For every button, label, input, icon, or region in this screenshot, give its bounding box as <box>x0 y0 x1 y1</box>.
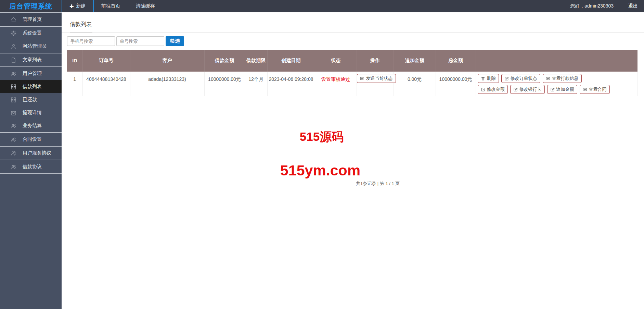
topbar: 后台管理系统 ✚ 新建 前往首页 清除缓存 您好，admin230303 退出 <box>0 0 644 12</box>
cell-id: 1 <box>67 72 82 96</box>
header-loan-term: 借款期限 <box>245 50 267 72</box>
edit-order-status-button[interactable]: 修改订单状态 <box>501 74 540 83</box>
watermark-line2: 515ym.com <box>280 162 360 179</box>
user-greeting: 您好，admin230303 <box>562 0 622 12</box>
table-row: 1 406444881340428 adada(12333123) 100000… <box>67 72 637 96</box>
header-total-amount: 总金额 <box>436 50 476 72</box>
sidebar-item-business-settlement[interactable]: 业务结算 <box>0 119 62 132</box>
header-loan-amount: 借款金额 <box>204 50 245 72</box>
sidebar-item-dashboard[interactable]: 管理首页 <box>0 13 62 26</box>
sidebar-item-label: 合同设置 <box>23 136 42 143</box>
sidebar: 管理首页 系统设置 网站管理员 文章列表 用户管理 借款列表 已还款 提现详情 … <box>0 12 62 309</box>
header-operation: 操作 <box>357 50 394 72</box>
edit-amount-button[interactable]: 修改金额 <box>478 85 508 94</box>
cell-operation: 发送当前状态 <box>357 72 394 96</box>
sidebar-item-loan-agreement[interactable]: 借款协议 <box>0 160 62 173</box>
topnav-go-home[interactable]: 前往首页 <box>93 0 128 12</box>
sidebar-divider <box>0 173 62 174</box>
cell-status: 设置审核通过 <box>315 72 357 96</box>
pagination-info: 共1条记录 | 第 1 / 1 页 <box>356 181 400 187</box>
home-icon <box>10 16 17 23</box>
edit-icon <box>550 87 555 92</box>
app-logo: 后台管理系统 <box>0 0 62 12</box>
topnav-new-label: 新建 <box>76 3 86 9</box>
cell-total-amount: 10000000.00元 <box>436 72 476 96</box>
sidebar-item-label: 文章列表 <box>23 57 42 63</box>
list-icon <box>360 76 364 81</box>
plus-icon: ✚ <box>69 4 74 9</box>
users-icon <box>10 71 17 77</box>
sidebar-item-label: 管理首页 <box>23 16 42 23</box>
topnav-clear-cache[interactable]: 清除缓存 <box>128 0 163 12</box>
order-search-input[interactable] <box>116 36 164 46</box>
sidebar-item-label: 网站管理员 <box>23 43 47 49</box>
cell-order-no: 406444881340428 <box>82 72 130 96</box>
table-header-row: ID 订单号 客户 借款金额 借款期限 创建日期 状态 操作 追加金额 总金额 <box>67 50 637 72</box>
header-id: ID <box>67 50 82 72</box>
header-additional-amount: 追加金额 <box>394 50 436 72</box>
sidebar-item-label: 借款列表 <box>23 84 42 90</box>
add-amount-button[interactable]: 追加金额 <box>547 85 577 94</box>
send-current-status-button[interactable]: 发送当前状态 <box>357 74 396 83</box>
phone-search-input[interactable] <box>67 36 115 46</box>
sidebar-item-user-service-agreement[interactable]: 用户服务协议 <box>0 147 62 160</box>
search-toolbar: 筛选 <box>62 33 644 50</box>
trash-icon <box>481 76 485 81</box>
header-actions <box>476 50 637 72</box>
sidebar-item-label: 用户管理 <box>23 71 42 77</box>
view-payment-info-button[interactable]: 查看打款信息 <box>543 74 582 83</box>
user-icon <box>10 43 17 50</box>
edit-icon <box>513 87 518 92</box>
topnav-go-home-label: 前往首页 <box>101 3 120 9</box>
main-content: 借款列表 筛选 ID 订单号 客户 借款金额 借款期限 创建日期 状态 操作 追… <box>62 12 644 309</box>
header-created-date: 创建日期 <box>267 50 315 72</box>
watermark-line1: 515源码 <box>300 129 344 145</box>
cell-created-date: 2023-04-06 09:28:08 <box>267 72 315 96</box>
grid-icon <box>10 97 17 103</box>
users-icon <box>10 136 17 143</box>
sidebar-item-label: 借款协议 <box>23 164 42 170</box>
page-title: 借款列表 <box>70 21 92 33</box>
edit-bank-card-button[interactable]: 修改银行卡 <box>510 85 545 94</box>
edit-icon <box>481 87 485 92</box>
sidebar-item-user-management[interactable]: 用户管理 <box>0 67 62 80</box>
sidebar-item-label: 用户服务协议 <box>23 150 51 156</box>
sidebar-item-site-admins[interactable]: 网站管理员 <box>0 40 62 53</box>
delete-button[interactable]: 删除 <box>478 74 499 83</box>
cell-customer: adada(12333123) <box>130 72 204 96</box>
topnav-new[interactable]: ✚ 新建 <box>62 0 93 12</box>
header-customer: 客户 <box>130 50 204 72</box>
topnav-clear-cache-label: 清除缓存 <box>136 3 155 9</box>
sidebar-item-label: 业务结算 <box>23 123 42 129</box>
cell-loan-amount: 10000000.00元 <box>204 72 245 96</box>
gear-icon <box>10 30 17 37</box>
grid-icon <box>10 84 17 90</box>
view-contract-button[interactable]: 查看合同 <box>580 85 610 94</box>
header-order-no: 订单号 <box>82 50 130 72</box>
sidebar-item-label: 提现详情 <box>23 110 42 116</box>
cell-actions: 删除 修改订单状态 查看打款信息 <box>476 72 637 96</box>
users-icon <box>10 150 17 157</box>
sidebar-item-withdraw-details[interactable]: 提现详情 <box>0 106 62 119</box>
users-icon <box>10 164 17 170</box>
list-icon <box>546 76 550 81</box>
list-icon <box>583 87 587 92</box>
logout-button[interactable]: 退出 <box>622 0 644 12</box>
cell-additional-amount: 0.00元 <box>394 72 436 96</box>
cell-loan-term: 12个月 <box>245 72 267 96</box>
sidebar-item-system-settings[interactable]: 系统设置 <box>0 27 62 40</box>
file-icon <box>10 57 17 63</box>
sidebar-item-repaid[interactable]: 已还款 <box>0 93 62 106</box>
users-icon <box>10 123 17 129</box>
sidebar-item-articles[interactable]: 文章列表 <box>0 53 62 66</box>
sidebar-item-label: 已还款 <box>23 97 37 103</box>
edit-icon <box>504 76 509 81</box>
sidebar-item-contract-settings[interactable]: 合同设置 <box>0 133 62 146</box>
bag-icon <box>10 110 17 116</box>
title-bar: 借款列表 <box>62 12 644 33</box>
header-status: 状态 <box>315 50 357 72</box>
sidebar-item-label: 系统设置 <box>23 30 42 36</box>
loan-table: ID 订单号 客户 借款金额 借款期限 创建日期 状态 操作 追加金额 总金额 … <box>67 50 638 96</box>
filter-button[interactable]: 筛选 <box>166 36 184 46</box>
sidebar-item-loan-list[interactable]: 借款列表 <box>0 80 62 93</box>
